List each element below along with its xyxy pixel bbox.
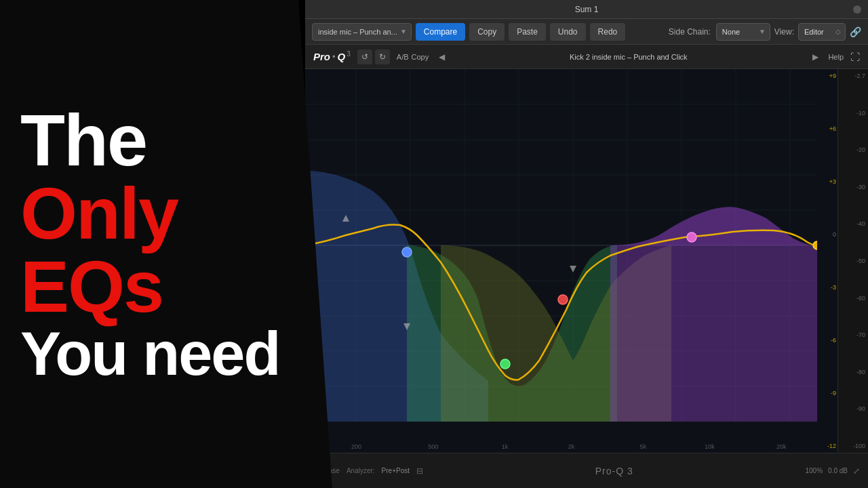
- freq-200: 200: [351, 443, 361, 450]
- db-right-2: -10: [841, 110, 865, 117]
- db-scale-right: -2.7 -10 -20 -30 -40 -50 -60 -70 -80 -90…: [837, 69, 868, 453]
- undo-button[interactable]: Undo: [550, 23, 586, 41]
- undo-redo-group: ↺ ↻: [357, 49, 390, 64]
- freq-500: 500: [428, 443, 438, 450]
- title-bar-controls: [853, 5, 861, 14]
- redo-icon-btn[interactable]: ↻: [375, 49, 390, 64]
- title-bar-text: Sum 1: [575, 5, 599, 14]
- db-right-10: -90: [841, 405, 865, 412]
- freq-20k: 20k: [776, 443, 787, 450]
- ab-label: A/B: [397, 53, 409, 61]
- bottom-right: 100% 0.0 dB ⤢: [806, 466, 861, 476]
- next-preset-button[interactable]: ▶: [809, 51, 821, 63]
- bottom-center: Pro-Q 3: [430, 465, 798, 477]
- hero-text-container: The Only EQs You need: [0, 0, 312, 488]
- title-bar: Sum 1: [305, 0, 868, 19]
- svg-point-23: [687, 232, 696, 242]
- hero-line3: EQs: [20, 250, 292, 323]
- analyzer-value: Pre+Post: [382, 467, 410, 474]
- view-arrow: ◇: [835, 28, 841, 35]
- link-icon[interactable]: 🔗: [850, 26, 861, 37]
- logo-separator: •: [332, 52, 336, 62]
- logo-text: Pro: [313, 51, 330, 62]
- plugin-header: Pro • Q 3 ↺ ↻ A/B Copy ◀ Kick 2 inside m…: [305, 45, 868, 69]
- side-chain-area: Side Chain: None ▼: [669, 23, 770, 41]
- bottom-plugin-name: Pro-Q 3: [595, 466, 633, 476]
- preset-dropdown[interactable]: inside mic – Punch an... ▼: [312, 23, 412, 41]
- db-left-n9: -9: [831, 390, 836, 396]
- compare-button[interactable]: Compare: [416, 23, 465, 41]
- db-right-3: -20: [841, 146, 865, 153]
- freq-10k: 10k: [705, 443, 715, 450]
- db-right-11: -100: [841, 443, 865, 449]
- copy-button[interactable]: Copy: [469, 23, 505, 41]
- plugin-logo: Pro • Q 3: [313, 51, 351, 62]
- svg-point-20: [402, 247, 412, 257]
- daw-panel: Sum 1 inside mic – Punch an... ▼ Compare…: [305, 0, 868, 488]
- paste-button[interactable]: Paste: [509, 23, 546, 41]
- db-scale-left: +9 +6 +3 0 -3 -6 -9 -12: [817, 69, 837, 453]
- ab-copy-group: A/B Copy: [397, 53, 429, 61]
- eq-visualization: [305, 69, 817, 422]
- preset-value: inside mic – Punch an...: [318, 28, 397, 36]
- undo-icon-btn[interactable]: ↺: [357, 49, 372, 64]
- db-left-3: +3: [829, 178, 836, 185]
- view-label: View:: [774, 27, 794, 37]
- db-right-7: -60: [841, 295, 865, 302]
- eq-display[interactable]: 12 dB: [305, 69, 868, 453]
- plugin-copy-label[interactable]: Copy: [412, 53, 429, 61]
- side-chain-label: Side Chain:: [669, 27, 711, 37]
- db-right-4: -30: [841, 184, 865, 190]
- frequency-labels: 200 500 1k 2k 5k 10k 20k: [305, 441, 817, 453]
- hero-line2: Only: [20, 177, 292, 250]
- help-button[interactable]: Help: [828, 53, 844, 61]
- db-right-9: -80: [841, 369, 865, 375]
- db-left-n3: -3: [831, 284, 836, 291]
- db-right-8: -70: [841, 331, 865, 338]
- logo-q: Q: [338, 51, 346, 62]
- plugin-preset-name: Kick 2 inside mic – Punch and Click: [454, 53, 802, 61]
- analyzer-label: Analyzer:: [347, 467, 375, 474]
- db-left-0: 0: [833, 231, 836, 238]
- bottom-bar: al Phase Analyzer: Pre+Post ⊟ Pro-Q 3 10…: [305, 453, 868, 488]
- side-chain-dropdown[interactable]: None ▼: [716, 23, 770, 41]
- view-value: Editor: [804, 28, 824, 36]
- zoom-value: 100%: [806, 467, 823, 474]
- hero-line4: You need: [20, 323, 292, 384]
- db-right-6: -50: [841, 258, 865, 264]
- freq-1k: 1k: [502, 443, 509, 450]
- db-left-n12: -12: [827, 443, 836, 449]
- side-chain-value: None: [722, 28, 740, 36]
- side-chain-arrow: ▼: [759, 28, 766, 35]
- expand-button[interactable]: ⛶: [850, 52, 860, 62]
- view-dropdown[interactable]: Editor ◇: [798, 23, 846, 41]
- analyzer-icon: ⊟: [416, 466, 423, 476]
- preset-dropdown-arrow: ▼: [400, 28, 407, 35]
- freq-5k: 5k: [640, 443, 647, 450]
- db-left-1: +9: [829, 73, 836, 79]
- view-area: View: Editor ◇ 🔗: [774, 23, 861, 41]
- db-right-5: -40: [841, 220, 865, 227]
- minimize-button[interactable]: [853, 5, 861, 14]
- db-right-1: -2.7: [841, 73, 865, 79]
- svg-point-21: [500, 359, 510, 369]
- db-left-2: +6: [829, 125, 836, 132]
- collapse-icon[interactable]: ⤢: [853, 466, 860, 476]
- svg-point-22: [558, 295, 568, 304]
- redo-button[interactable]: Redo: [590, 23, 626, 41]
- logo-3: 3: [347, 50, 351, 58]
- hero-line1: The: [20, 104, 292, 177]
- db-left-n6: -6: [831, 337, 836, 344]
- prev-preset-button[interactable]: ◀: [435, 51, 448, 63]
- gain-value: 0.0 dB: [828, 467, 848, 474]
- freq-2k: 2k: [568, 443, 575, 450]
- daw-toolbar: inside mic – Punch an... ▼ Compare Copy …: [305, 19, 868, 45]
